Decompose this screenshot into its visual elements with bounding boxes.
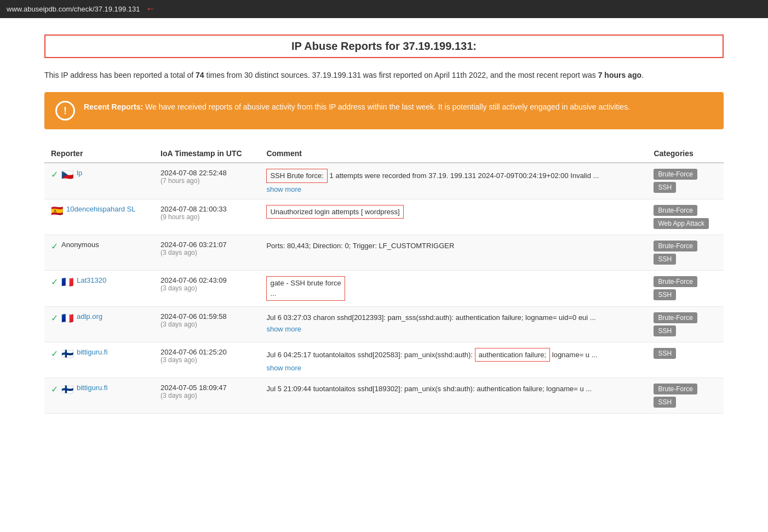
reporter-link[interactable]: bittiguru.fi (77, 384, 107, 392)
categories-cell: Brute-ForceSSH (647, 270, 724, 306)
category-badge: SSH (654, 254, 676, 265)
timestamp-cell: 2024-07-05 18:09:47(3 days ago) (154, 378, 260, 414)
alert-banner: ! Recent Reports: We have received repor… (44, 92, 724, 129)
boxed-text: authentication failure; (475, 348, 551, 362)
flag-icon: 🇫🇷 (61, 312, 73, 324)
flag-icon: 🇫🇮 (61, 384, 73, 396)
timestamp-cell: 2024-07-06 01:59:58(3 days ago) (154, 306, 260, 342)
category-badge: Brute-Force (654, 384, 697, 394)
timestamp-ago: (9 hours ago) (161, 213, 253, 221)
table-row: ✓🇫🇷adlp.org2024-07-06 01:59:58(3 days ag… (44, 306, 724, 342)
categories-cell: SSH (647, 342, 724, 378)
check-icon: ✓ (51, 348, 58, 359)
table-row: ✓🇫🇮bittiguru.fi2024-07-06 01:25:20(3 day… (44, 342, 724, 378)
comment-text: Jul 6 04:25:17 tuotantolaitos sshd[20258… (266, 351, 597, 359)
category-badge: Brute-Force (654, 312, 697, 323)
title-container: IP Abuse Reports for 37.19.199.131: (44, 35, 724, 58)
table-header: Reporter IoA Timestamp in UTC Comment Ca… (44, 145, 724, 163)
browser-bar: www.abuseipdb.com/check/37.19.199.131 ← (0, 0, 768, 18)
comment-cell: Jul 5 21:09:44 tuotantolaitos sshd[18930… (260, 378, 647, 414)
category-badge: SSH (654, 397, 676, 408)
category-badge: SSH (654, 182, 676, 193)
reporter-link[interactable]: 10dencehispahard SL (66, 205, 136, 213)
category-badge: Web App Attack (654, 218, 709, 229)
reporter-cell: ✓🇫🇮bittiguru.fi (44, 342, 154, 378)
category-badge: Brute-Force (654, 169, 697, 180)
show-more-link[interactable]: show more (266, 325, 640, 333)
reporter-cell: 🇪🇸10dencehispahard SL (44, 199, 154, 234)
flag-icon: 🇫🇮 (61, 348, 73, 360)
comment-cell: Jul 6 03:27:03 charon sshd[2012393]: pam… (260, 306, 647, 342)
reporter-link[interactable]: bittiguru.fi (77, 348, 107, 356)
category-badge: SSH (654, 325, 676, 336)
categories-cell: Brute-ForceSSH (647, 234, 724, 270)
table-row: ✓Anonymous2024-07-06 03:21:07(3 days ago… (44, 234, 724, 270)
table-body: ✓🇨🇿lp2024-07-08 22:52:48(7 hours ago)SSH… (44, 163, 724, 414)
timestamp-cell: 2024-07-06 03:21:07(3 days ago) (154, 234, 260, 270)
reporter-cell: ✓🇫🇷adlp.org (44, 306, 154, 342)
boxed-comment: Unauthorized login attempts [ wordpress] (266, 205, 403, 219)
alert-text: Recent Reports: We have received reports… (84, 101, 630, 113)
col-reporter: Reporter (44, 145, 154, 163)
timestamp: 2024-07-06 03:21:07 (161, 241, 253, 249)
col-categories: Categories (647, 145, 724, 163)
arrow-icon: ← (146, 3, 156, 15)
alert-label: Recent Reports: (84, 102, 143, 111)
category-badge: Brute-Force (654, 241, 697, 251)
show-more-link[interactable]: show more (266, 185, 640, 193)
timestamp-ago: (7 hours ago) (161, 177, 253, 185)
timestamp-ago: (3 days ago) (161, 284, 253, 292)
boxed-comment: gate - SSH brute force... (266, 276, 345, 301)
comment-text: SSH Brute force: 1 attempts were recorde… (266, 171, 599, 180)
timestamp: 2024-07-08 22:52:48 (161, 169, 253, 177)
flag-icon: 🇫🇷 (61, 276, 73, 288)
show-more-link[interactable]: show more (266, 364, 640, 372)
page-content: IP Abuse Reports for 37.19.199.131: This… (28, 18, 740, 425)
timestamp-ago: (3 days ago) (161, 392, 253, 399)
timestamp-ago: (3 days ago) (161, 356, 253, 364)
check-icon: ✓ (51, 384, 58, 394)
reporter-cell: ✓Anonymous (44, 234, 154, 270)
comment-cell: gate - SSH brute force... (260, 270, 647, 306)
table-row: ✓🇨🇿lp2024-07-08 22:52:48(7 hours ago)SSH… (44, 163, 724, 199)
check-icon: ✓ (51, 313, 58, 323)
table-row: ✓🇫🇷Lat313202024-07-06 02:43:09(3 days ag… (44, 270, 724, 306)
category-badge: Brute-Force (654, 276, 697, 287)
timestamp: 2024-07-06 02:43:09 (161, 276, 253, 284)
reporter-cell: ✓🇫🇮bittiguru.fi (44, 378, 154, 414)
warning-icon: ! (55, 101, 75, 121)
recency: 7 hours ago (598, 71, 641, 79)
table-row: ✓🇫🇮bittiguru.fi2024-07-05 18:09:47(3 day… (44, 378, 724, 414)
timestamp-cell: 2024-07-08 21:00:33(9 hours ago) (154, 199, 260, 234)
boxed-text: SSH Brute force: (266, 169, 328, 183)
comment-cell: SSH Brute force: 1 attempts were recorde… (260, 163, 647, 199)
timestamp-ago: (3 days ago) (161, 249, 253, 256)
flag-icon: 🇨🇿 (61, 169, 73, 181)
reporter-link[interactable]: lp (77, 169, 82, 177)
timestamp: 2024-07-08 21:00:33 (161, 205, 253, 213)
categories-cell: Brute-ForceSSH (647, 378, 724, 414)
url-bar[interactable]: www.abuseipdb.com/check/37.19.199.131 (7, 5, 140, 13)
reporter-link[interactable]: adlp.org (77, 312, 102, 321)
categories-cell: Brute-ForceSSH (647, 306, 724, 342)
report-count: 74 (196, 71, 204, 79)
timestamp: 2024-07-06 01:59:58 (161, 312, 253, 321)
comment-cell: Unauthorized login attempts [ wordpress] (260, 199, 647, 234)
timestamp-ago: (3 days ago) (161, 321, 253, 328)
categories-cell: Brute-ForceSSH (647, 163, 724, 199)
page-title: IP Abuse Reports for 37.19.199.131: (291, 40, 477, 53)
timestamp: 2024-07-05 18:09:47 (161, 384, 253, 392)
comment-cell: Jul 6 04:25:17 tuotantolaitos sshd[20258… (260, 342, 647, 378)
summary-text: This IP address has been reported a tota… (44, 69, 724, 81)
ip-address: 37.19.199.131 (403, 40, 473, 52)
timestamp: 2024-07-06 01:25:20 (161, 348, 253, 356)
comment-text: Jul 6 03:27:03 charon sshd[2012393]: pam… (266, 313, 595, 322)
comment-text: Ports: 80,443; Direction: 0; Trigger: LF… (266, 242, 454, 250)
reporter-link[interactable]: Lat31320 (77, 276, 106, 284)
reporter-name: Anonymous (61, 241, 99, 249)
reports-table: Reporter IoA Timestamp in UTC Comment Ca… (44, 145, 724, 414)
timestamp-cell: 2024-07-06 01:25:20(3 days ago) (154, 342, 260, 378)
categories-cell: Brute-ForceWeb App Attack (647, 199, 724, 234)
reporter-cell: ✓🇫🇷Lat31320 (44, 270, 154, 306)
col-comment: Comment (260, 145, 647, 163)
